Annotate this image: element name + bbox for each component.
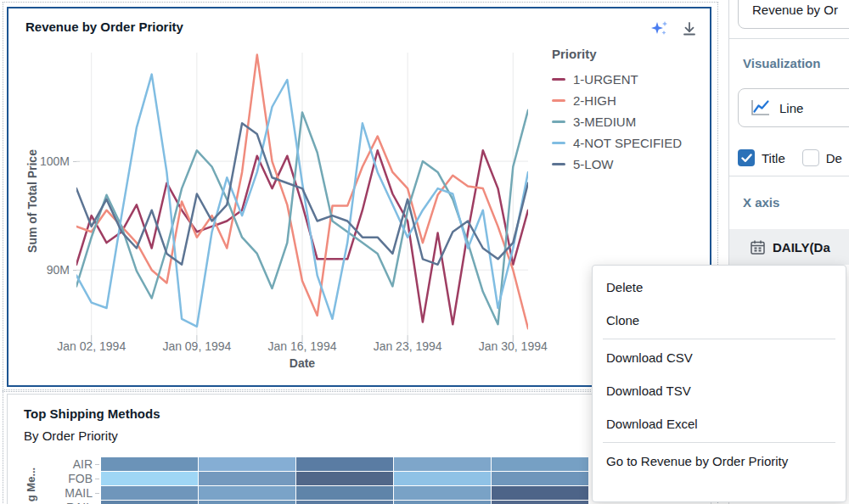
widget-name-input[interactable] <box>738 0 849 29</box>
x-tick-label: Jan 02, 1994 <box>45 339 138 353</box>
legend-label: 3-MEDIUM <box>573 115 636 129</box>
menu-item[interactable]: Go to Revenue by Order Priority <box>593 445 846 478</box>
legend-label: 1-URGENT <box>573 72 638 87</box>
heatmap-cell[interactable] <box>492 486 588 500</box>
app-canvas: { "revenue_widget": { "title": "Revenue … <box>0 0 849 504</box>
chart-type-value: Line <box>779 101 803 115</box>
heatmap-cell[interactable] <box>296 501 393 504</box>
menu-item[interactable]: Download Excel <box>593 407 846 440</box>
sparkle-icon[interactable] <box>650 20 669 37</box>
chart-legend: Priority 1-URGENT 2-HIGH 3-MEDIUM 4-NOT … <box>552 47 705 175</box>
visualization-heading: Visualization <box>743 56 820 70</box>
legend-title: Priority <box>552 47 705 61</box>
legend-item[interactable]: 3-MEDIUM <box>552 111 705 132</box>
title-checkbox-label: Title <box>762 151 785 165</box>
title-checkbox[interactable] <box>738 149 755 166</box>
heatmap-cell[interactable] <box>492 501 588 504</box>
download-icon[interactable] <box>681 20 698 37</box>
widget-title: Revenue by Order Priority <box>25 20 183 34</box>
line-chart-plot <box>76 53 528 343</box>
heatmap-cell[interactable] <box>296 472 393 485</box>
menu-item[interactable]: Download TSV <box>593 374 846 407</box>
line-chart-icon <box>749 98 771 118</box>
heatmap-cell[interactable] <box>101 501 198 504</box>
legend-swatch <box>552 120 565 123</box>
x-axis-field-well[interactable]: DAILY(Da <box>729 229 849 265</box>
heatmap-cell[interactable] <box>199 486 295 500</box>
context-menu: DeleteCloneDownload CSVDownload TSVDownl… <box>592 265 846 502</box>
format-checkbox-row: Title De <box>738 149 842 166</box>
x-axis-field-label: DAILY(Da <box>773 240 830 255</box>
menu-item[interactable]: Download CSV <box>593 341 846 374</box>
x-tick-label: Jan 09, 1994 <box>150 339 244 353</box>
heatmap-row-label: AIR <box>45 457 93 472</box>
legend-swatch <box>552 163 565 165</box>
x-tick-label: Jan 23, 1994 <box>361 339 454 353</box>
x-axis-heading: X axis <box>743 195 779 210</box>
sidebar-divider <box>729 38 849 39</box>
heatmap-cell[interactable] <box>394 501 491 504</box>
legend-swatch <box>552 142 565 144</box>
legend-label: 4-NOT SPECIFIED <box>573 136 682 150</box>
heatmap-row-tick <box>95 493 99 494</box>
y-axis-title: Sum of Total Price <box>25 125 39 277</box>
legend-swatch <box>552 78 565 81</box>
heatmap-cell[interactable] <box>101 486 198 500</box>
heatmap-row-label: MAIL <box>45 486 93 501</box>
x-tick-label: Jan 30, 1994 <box>466 339 559 353</box>
heatmap-subtitle: By Order Priority <box>24 428 118 443</box>
y-tick-label: 90M <box>31 263 70 277</box>
legend-swatch <box>552 99 565 102</box>
menu-item[interactable]: Delete <box>593 271 846 304</box>
heatmap-cell[interactable] <box>394 472 491 485</box>
description-checkbox-label: De <box>826 151 842 165</box>
chart-type-select[interactable]: Line <box>738 88 849 127</box>
legend-item[interactable]: 4-NOT SPECIFIED <box>552 132 705 154</box>
legend-label: 5-LOW <box>573 157 614 171</box>
legend-item[interactable]: 1-URGENT <box>552 69 705 90</box>
heatmap-cell[interactable] <box>492 472 588 485</box>
calendar-icon <box>750 239 766 255</box>
heatmap-row-label: FOB <box>45 472 93 486</box>
heatmap-cell[interactable] <box>101 457 198 471</box>
y-tick-label: 100M <box>31 154 70 168</box>
description-checkbox[interactable] <box>802 149 819 166</box>
heatmap-cell[interactable] <box>296 457 393 471</box>
heatmap-cell[interactable] <box>296 486 393 500</box>
legend-item[interactable]: 5-LOW <box>552 154 705 175</box>
sidebar-divider <box>729 176 849 176</box>
heatmap-cell[interactable] <box>394 457 491 471</box>
heatmap-title: Top Shipping Methods <box>24 406 160 421</box>
heatmap-cell[interactable] <box>199 472 295 485</box>
legend-label: 2-HIGH <box>573 93 616 108</box>
heatmap-row-tick <box>95 464 99 465</box>
heatmap-cell[interactable] <box>101 472 198 485</box>
heatmap-cell[interactable] <box>199 501 295 504</box>
heatmap-y-axis-title: g Me... <box>25 454 38 504</box>
menu-divider <box>603 339 835 339</box>
legend-item[interactable]: 2-HIGH <box>552 90 705 111</box>
heatmap-cell[interactable] <box>199 457 295 471</box>
menu-divider <box>603 442 835 443</box>
widget-actions <box>650 20 698 37</box>
x-tick-label: Jan 16, 1994 <box>256 339 349 353</box>
heatmap-cell[interactable] <box>492 457 588 471</box>
heatmap-row-tick <box>95 479 99 479</box>
x-axis-title: Date <box>256 356 349 370</box>
heatmap-cell[interactable] <box>394 486 491 500</box>
menu-item[interactable]: Clone <box>593 304 846 337</box>
heatmap-row-label: RAIL <box>45 501 93 504</box>
